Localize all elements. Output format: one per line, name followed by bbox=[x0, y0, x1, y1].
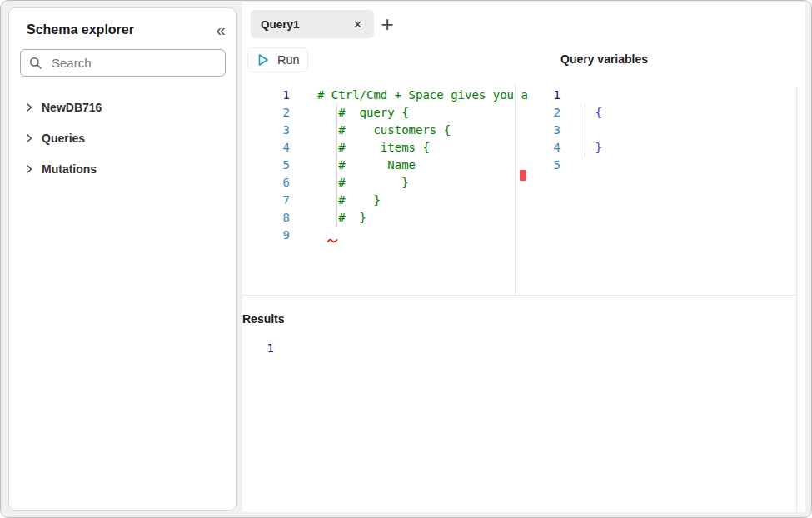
tab-label: Query1 bbox=[261, 18, 300, 31]
indent-guide bbox=[336, 104, 337, 227]
play-icon bbox=[258, 53, 269, 67]
sidebar-item-mutations[interactable]: Mutations bbox=[22, 159, 100, 178]
results-title: Results bbox=[242, 312, 285, 326]
line-number: 8 bbox=[251, 209, 290, 227]
code-line: # } bbox=[317, 174, 409, 192]
sidebar-item-newdb716[interactable]: NewDB716 bbox=[22, 97, 105, 117]
line-number: 1 bbox=[530, 87, 560, 104]
line-number: 1 bbox=[251, 87, 290, 104]
close-icon: ✕ bbox=[353, 18, 362, 31]
code-line: } bbox=[588, 139, 602, 157]
search-box[interactable] bbox=[20, 49, 226, 77]
chevron-right-icon bbox=[26, 164, 32, 174]
add-tab-button[interactable]: + bbox=[376, 12, 398, 36]
graphql-playground-window: Schema explorer « NewDB716 Queries bbox=[0, 0, 812, 518]
line-number: 7 bbox=[251, 192, 290, 209]
indent-guide bbox=[585, 104, 585, 157]
chevron-right-icon bbox=[26, 133, 32, 143]
code-line: # customers { bbox=[317, 122, 451, 139]
overview-ruler-error-marker bbox=[520, 170, 526, 181]
line-number: 5 bbox=[530, 157, 560, 174]
run-button[interactable]: Run bbox=[247, 47, 308, 72]
run-button-label: Run bbox=[277, 53, 300, 67]
code-line: # } bbox=[317, 192, 381, 209]
code-line: # items { bbox=[317, 139, 430, 157]
results-splitter[interactable] bbox=[242, 295, 797, 296]
code-line: # } bbox=[317, 209, 366, 227]
query-variables-title: Query variables bbox=[560, 52, 648, 66]
code-line: # Name bbox=[317, 157, 416, 174]
close-tab-button[interactable]: ✕ bbox=[353, 19, 362, 30]
line-number: 2 bbox=[530, 104, 560, 122]
error-squiggle bbox=[327, 237, 338, 243]
line-number: 1 bbox=[238, 340, 274, 357]
line-number: 2 bbox=[251, 104, 290, 122]
line-number: 9 bbox=[251, 227, 290, 244]
plus-icon: + bbox=[381, 13, 393, 35]
line-number: 3 bbox=[251, 122, 290, 139]
query-editor[interactable]: 1 2 3 4 5 6 7 8 9 # Ctrl/Cmd + Space giv… bbox=[251, 87, 528, 295]
tree-item-label: NewDB716 bbox=[42, 101, 102, 114]
line-number: 5 bbox=[251, 157, 290, 174]
tab-query1[interactable]: Query1 ✕ bbox=[251, 10, 374, 38]
code-line: { bbox=[588, 104, 602, 122]
line-number: 4 bbox=[251, 139, 290, 157]
line-number: 4 bbox=[530, 139, 560, 157]
sidebar-item-queries[interactable]: Queries bbox=[22, 128, 88, 147]
line-number: 3 bbox=[530, 122, 560, 139]
chevron-double-left-icon: « bbox=[216, 21, 225, 40]
query-variables-editor[interactable]: 1 2 3 4 5 { } bbox=[530, 87, 796, 295]
schema-explorer-title: Schema explorer bbox=[27, 22, 134, 37]
search-input[interactable] bbox=[50, 55, 217, 71]
chevron-right-icon bbox=[26, 102, 32, 112]
editor-splitter[interactable] bbox=[515, 84, 516, 296]
schema-explorer-sidebar: Schema explorer « NewDB716 Queries bbox=[8, 7, 237, 511]
code-line: # query { bbox=[317, 104, 409, 122]
search-icon bbox=[29, 57, 42, 70]
tree-item-label: Mutations bbox=[42, 162, 97, 176]
results-editor[interactable]: 1 bbox=[238, 340, 274, 375]
collapse-sidebar-button[interactable]: « bbox=[208, 18, 233, 42]
editor-right-border bbox=[796, 87, 797, 512]
line-number: 6 bbox=[251, 174, 290, 192]
code-line: # Ctrl/Cmd + Space gives you a bbox=[317, 87, 528, 104]
tree-item-label: Queries bbox=[42, 132, 85, 145]
